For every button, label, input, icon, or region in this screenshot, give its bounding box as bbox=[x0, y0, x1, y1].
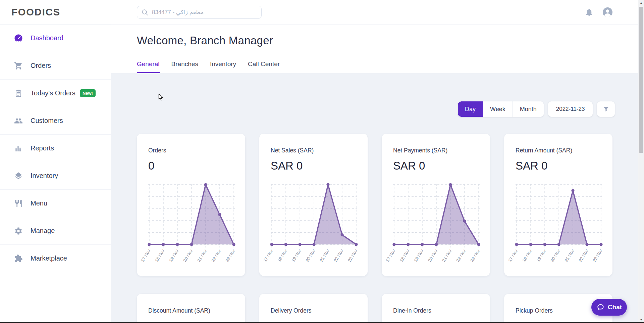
card-title: Orders bbox=[148, 147, 235, 154]
sidebar-item-manage[interactable]: Manage bbox=[0, 217, 111, 245]
people-icon bbox=[14, 116, 23, 125]
svg-text:23 Nov: 23 Nov bbox=[469, 248, 481, 263]
svg-text:22 Nov: 22 Nov bbox=[210, 248, 222, 263]
sidebar-item-label: Marketplace bbox=[31, 255, 67, 262]
user-avatar-icon[interactable] bbox=[602, 7, 613, 17]
dashboard-gauge-icon bbox=[14, 34, 23, 43]
logo-row: FOODICS bbox=[0, 0, 111, 25]
return-amount-trend-chart: 17 Nov18 Nov19 Nov20 Nov21 Nov22 Nov23 N… bbox=[516, 182, 602, 268]
svg-text:20 Nov: 20 Nov bbox=[427, 248, 439, 263]
puzzle-icon bbox=[14, 254, 23, 263]
card-title: Discount Amount (SAR) bbox=[148, 307, 235, 314]
period-week-button[interactable]: Week bbox=[483, 101, 513, 117]
main-content: Welcome, Branch Manager General Branches… bbox=[111, 25, 638, 323]
tab-general[interactable]: General bbox=[137, 60, 160, 73]
period-segmented-control: Day Week Month bbox=[458, 101, 544, 117]
sidebar-item-label: Menu bbox=[31, 199, 47, 207]
sidebar-item-menu[interactable]: Menu bbox=[0, 190, 111, 217]
date-picker-button[interactable]: 2022-11-23 bbox=[548, 101, 593, 117]
svg-text:22 Nov: 22 Nov bbox=[455, 248, 467, 263]
card-dine-in-orders: Dine-in Orders 0 bbox=[382, 294, 490, 323]
secondary-cards-row: Discount Amount (SAR) SAR 0 Delivery Ord… bbox=[137, 294, 612, 323]
net-sales-trend-chart: 17 Nov18 Nov19 Nov20 Nov21 Nov22 Nov23 N… bbox=[271, 182, 358, 268]
scrollbar-thumb[interactable] bbox=[639, 7, 643, 153]
svg-text:17 Nov: 17 Nov bbox=[140, 248, 152, 263]
card-title: Net Sales (SAR) bbox=[271, 147, 358, 154]
layers-icon bbox=[14, 171, 23, 180]
svg-text:19 Nov: 19 Nov bbox=[290, 248, 302, 263]
orders-trend-chart: 17 Nov18 Nov19 Nov20 Nov21 Nov22 Nov23 N… bbox=[148, 182, 235, 268]
bar-chart-icon bbox=[14, 144, 23, 153]
period-month-button[interactable]: Month bbox=[513, 101, 544, 117]
svg-text:21 Nov: 21 Nov bbox=[564, 248, 575, 263]
scroll-up-arrow[interactable]: ▲ bbox=[638, 1, 644, 4]
dashboard-body: Day Week Month 2022-11-23 Orders 0 17 No… bbox=[111, 73, 638, 323]
card-orders: Orders 0 17 Nov18 Nov19 Nov20 Nov21 Nov2… bbox=[137, 134, 245, 276]
sidebar-item-marketplace[interactable]: Marketplace bbox=[0, 245, 111, 272]
chat-button[interactable]: Chat bbox=[591, 299, 627, 316]
tab-inventory[interactable]: Inventory bbox=[210, 60, 236, 73]
card-title: Dine-in Orders bbox=[393, 307, 480, 314]
card-title: Pickup Orders bbox=[516, 307, 602, 314]
card-delivery-orders: Delivery Orders 0 bbox=[259, 294, 368, 323]
sidebar-item-inventory[interactable]: Inventory bbox=[0, 162, 111, 190]
svg-text:21 Nov: 21 Nov bbox=[441, 248, 453, 263]
card-value: SAR 0 bbox=[271, 159, 358, 172]
svg-text:17 Nov: 17 Nov bbox=[262, 248, 274, 263]
sidebar-item-customers[interactable]: Customers bbox=[0, 107, 111, 135]
svg-text:19 Nov: 19 Nov bbox=[413, 248, 425, 263]
card-title: Delivery Orders bbox=[271, 307, 358, 314]
notifications-bell-icon[interactable] bbox=[585, 8, 594, 17]
card-value: SAR 0 bbox=[393, 159, 480, 172]
svg-text:19 Nov: 19 Nov bbox=[168, 248, 180, 263]
sidebar-item-reports[interactable]: Reports bbox=[0, 135, 111, 162]
card-net-payments: Net Payments (SAR) SAR 0 17 Nov18 Nov19 … bbox=[382, 134, 490, 276]
svg-text:18 Nov: 18 Nov bbox=[399, 248, 411, 263]
sidebar-item-label: Reports bbox=[31, 144, 54, 152]
sidebar-item-orders[interactable]: Orders bbox=[0, 52, 111, 80]
funnel-icon bbox=[602, 105, 610, 113]
card-discount-amount: Discount Amount (SAR) SAR 0 bbox=[137, 294, 245, 323]
svg-text:22 Nov: 22 Nov bbox=[578, 248, 589, 263]
sidebar-item-todays-orders[interactable]: Today's Orders New! bbox=[0, 80, 111, 107]
tab-branches[interactable]: Branches bbox=[171, 60, 198, 73]
dashboard-tabs: General Branches Inventory Call Center bbox=[137, 25, 280, 73]
foodics-logo: FOODICS bbox=[11, 7, 60, 18]
svg-text:17 Nov: 17 Nov bbox=[507, 248, 519, 263]
svg-text:23 Nov: 23 Nov bbox=[347, 248, 359, 263]
card-value: 0 bbox=[148, 159, 235, 172]
svg-text:18 Nov: 18 Nov bbox=[154, 248, 166, 263]
sidebar-item-dashboard[interactable]: Dashboard bbox=[0, 25, 111, 52]
svg-text:21 Nov: 21 Nov bbox=[319, 248, 330, 263]
topbar: مطعم زاكي - 834477 bbox=[111, 0, 638, 25]
tab-call-center[interactable]: Call Center bbox=[248, 60, 280, 73]
svg-text:23 Nov: 23 Nov bbox=[224, 248, 236, 263]
svg-text:17 Nov: 17 Nov bbox=[385, 248, 396, 263]
svg-text:20 Nov: 20 Nov bbox=[549, 248, 561, 263]
sidebar-item-label: Today's Orders bbox=[31, 89, 75, 97]
vertical-scrollbar[interactable]: ▲ ▼ bbox=[638, 0, 644, 323]
card-title: Return Amount (SAR) bbox=[516, 147, 602, 154]
branch-search-input[interactable]: مطعم زاكي - 834477 bbox=[137, 6, 262, 19]
card-value: SAR 0 bbox=[516, 159, 602, 172]
search-icon bbox=[141, 9, 149, 16]
period-day-button[interactable]: Day bbox=[458, 101, 483, 117]
sidebar-item-label: Inventory bbox=[31, 172, 58, 180]
svg-text:20 Nov: 20 Nov bbox=[182, 248, 194, 263]
period-controls: Day Week Month 2022-11-23 bbox=[458, 101, 615, 117]
net-payments-trend-chart: 17 Nov18 Nov19 Nov20 Nov21 Nov22 Nov23 N… bbox=[393, 182, 480, 268]
notepad-icon bbox=[14, 89, 23, 98]
svg-text:21 Nov: 21 Nov bbox=[196, 248, 208, 263]
fork-knife-icon bbox=[14, 199, 23, 208]
chat-bubble-icon bbox=[596, 303, 605, 312]
card-title: Net Payments (SAR) bbox=[393, 147, 480, 154]
svg-text:22 Nov: 22 Nov bbox=[333, 248, 344, 263]
sidebar: FOODICS Dashboard Orders Today's Orders … bbox=[0, 0, 111, 323]
scroll-down-arrow[interactable]: ▼ bbox=[638, 318, 644, 321]
filter-button[interactable] bbox=[597, 101, 615, 117]
cart-icon bbox=[14, 61, 23, 70]
new-badge: New! bbox=[80, 89, 96, 97]
sidebar-item-label: Orders bbox=[31, 62, 51, 70]
svg-text:18 Nov: 18 Nov bbox=[521, 248, 533, 263]
sidebar-item-label: Customers bbox=[31, 117, 63, 125]
